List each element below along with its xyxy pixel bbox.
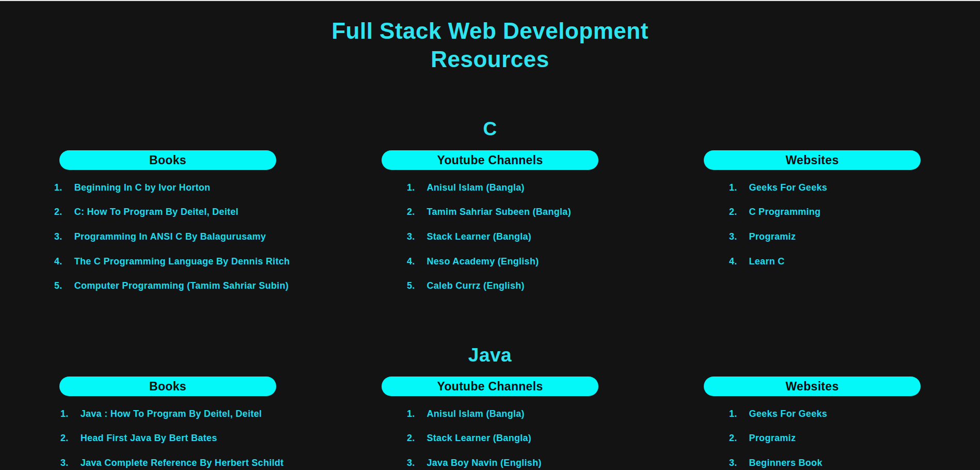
list-item: Programming In ANSI C By Balagurusamy: [74, 231, 290, 243]
section-java-columns: Books Java : How To Program By Deitel, D…: [7, 377, 973, 470]
list-item: Geeks For Geeks: [749, 182, 904, 194]
list-item: Java : How To Program By Deitel, Deitel: [81, 409, 284, 420]
list-item: Stack Learner (Bangla): [427, 433, 582, 444]
c-websites-header-pill: Websites: [704, 150, 921, 170]
c-books-column: Books Beginning In C by Ivor Horton C: H…: [7, 150, 329, 305]
c-youtube-header-pill: Youtube Channels: [382, 150, 598, 170]
list-item: Head First Java By Bert Bates: [81, 433, 284, 444]
list-item: Programiz: [749, 231, 904, 243]
java-youtube-list: Anisul Islam (Bangla) Stack Learner (Ban…: [399, 409, 582, 469]
c-books-list: Beginning In C by Ivor Horton C: How To …: [46, 182, 290, 292]
list-item: Computer Programming (Tamim Sahriar Subi…: [74, 280, 290, 292]
list-item: Beginning In C by Ivor Horton: [74, 182, 290, 194]
section-c-columns: Books Beginning In C by Ivor Horton C: H…: [7, 150, 973, 305]
section-c-heading: C: [0, 118, 980, 140]
java-websites-header-pill: Websites: [704, 377, 921, 396]
list-item: Tamim Sahriar Subeen (Bangla): [427, 207, 582, 218]
c-youtube-list: Anisul Islam (Bangla) Tamim Sahriar Sube…: [399, 182, 582, 292]
list-item: C: How To Program By Deitel, Deitel: [74, 207, 290, 218]
section-java: Java Books Java : How To Program By Deit…: [0, 344, 980, 470]
java-websites-column: Websites Geeks For Geeks Programiz Begin…: [651, 377, 973, 470]
window-top-edge: [0, 0, 980, 1]
list-item: The C Programming Language By Dennis Rit…: [74, 256, 290, 268]
section-java-heading: Java: [0, 344, 980, 366]
list-item: Stack Learner (Bangla): [427, 231, 582, 243]
java-books-header-pill: Books: [59, 377, 276, 396]
java-books-column: Books Java : How To Program By Deitel, D…: [7, 377, 329, 470]
list-item: Anisul Islam (Bangla): [427, 182, 582, 194]
page-title: Full Stack Web Development Resources: [299, 17, 681, 74]
list-item: Caleb Currz (English): [427, 280, 582, 292]
section-c: C Books Beginning In C by Ivor Horton C:…: [0, 118, 980, 305]
list-item: Geeks For Geeks: [749, 409, 904, 420]
java-youtube-header-pill: Youtube Channels: [382, 377, 598, 396]
c-websites-list: Geeks For Geeks C Programming Programiz …: [721, 182, 904, 267]
list-item: Neso Academy (English): [427, 256, 582, 268]
list-item: Anisul Islam (Bangla): [427, 409, 582, 420]
list-item: Learn C: [749, 256, 904, 268]
list-item: Java Boy Navin (English): [427, 458, 582, 469]
java-books-list: Java : How To Program By Deitel, Deitel …: [52, 409, 284, 469]
c-books-header-pill: Books: [59, 150, 276, 170]
list-item: C Programming: [749, 207, 904, 218]
list-item: Programiz: [749, 433, 904, 444]
java-youtube-column: Youtube Channels Anisul Islam (Bangla) S…: [329, 377, 651, 470]
list-item: Beginners Book: [749, 458, 904, 469]
java-websites-list: Geeks For Geeks Programiz Beginners Book: [721, 409, 904, 469]
list-item: Java Complete Reference By Herbert Schil…: [81, 458, 284, 469]
c-websites-column: Websites Geeks For Geeks C Programming P…: [651, 150, 973, 305]
c-youtube-column: Youtube Channels Anisul Islam (Bangla) T…: [329, 150, 651, 305]
